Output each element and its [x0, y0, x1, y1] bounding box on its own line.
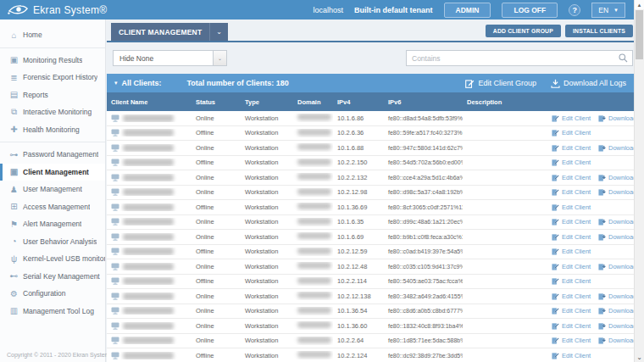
- download-icon: [598, 218, 606, 226]
- edit-client-link[interactable]: Edit Client: [552, 322, 594, 330]
- sidebar-item-password-management[interactable]: ⊶ Password Management: [0, 146, 105, 164]
- hide-filter-select[interactable]: Hide None ⌄: [113, 50, 227, 66]
- edit-client-link[interactable]: Edit Client: [552, 159, 594, 166]
- chevron-down-icon[interactable]: ⌄: [209, 23, 228, 41]
- client-domain-redacted: [297, 159, 331, 165]
- add-client-group-button[interactable]: ADD CLIENT GROUP: [486, 25, 561, 37]
- search-icon[interactable]: [619, 53, 628, 63]
- edit-client-link[interactable]: Edit Client: [552, 188, 594, 196]
- collapse-caret-icon[interactable]: ▾: [114, 80, 118, 86]
- group-name-label: All Clients:: [122, 79, 162, 87]
- client-computer-icon: [111, 337, 119, 344]
- client-ipv4: 10.2.2.124: [333, 352, 384, 359]
- client-type: Workstation: [241, 233, 293, 241]
- client-computer-icon: [111, 322, 119, 330]
- search-input[interactable]: [407, 54, 619, 63]
- sidebar-item-reports[interactable]: ▤ Reports: [0, 86, 105, 104]
- client-domain-redacted: [297, 248, 331, 254]
- edit-client-link[interactable]: Edit Client: [552, 307, 594, 315]
- edit-client-link[interactable]: Edit Client: [552, 174, 594, 181]
- client-domain-redacted: [297, 188, 331, 195]
- edit-client-link[interactable]: Edit Client: [552, 203, 594, 211]
- client-domain-redacted: [297, 351, 331, 358]
- download-logs-link[interactable]: Download Logs: [598, 307, 634, 315]
- download-logs-link[interactable]: Download Logs: [598, 263, 634, 270]
- edit-client-link[interactable]: Edit Client: [552, 277, 594, 285]
- edit-client-link[interactable]: Edit Client: [552, 352, 594, 359]
- admin-button[interactable]: ADMIN: [444, 3, 491, 18]
- table-row: Online Workstation 10.2.2.64 fe80::1d85:…: [107, 334, 634, 349]
- edit-pencil-icon: [552, 322, 559, 330]
- edit-client-link[interactable]: Edit Client: [552, 218, 594, 226]
- download-icon: [598, 174, 606, 181]
- client-status: Offline: [192, 203, 241, 211]
- client-type: Workstation: [241, 277, 293, 285]
- download-logs-link[interactable]: Download Logs: [598, 144, 634, 152]
- download-logs-link[interactable]: Download Logs: [598, 322, 634, 330]
- sidebar-item-alert-management[interactable]: ⚑ Alert Management: [0, 215, 105, 233]
- sidebar-item-kernel-level-usb-monitoring[interactable]: ψ Kernel-Level USB monitoring: [0, 250, 105, 268]
- client-name-cell: [107, 159, 192, 166]
- sidebar-item-health-monitoring[interactable]: ✚ Health Monitoring: [0, 121, 105, 139]
- client-name-redacted: [123, 114, 174, 122]
- client-name-redacted: [123, 188, 174, 196]
- sidebar-item-user-management[interactable]: ♟ User Management: [0, 181, 105, 198]
- sidebar-item-monitoring-results[interactable]: ▣ Monitoring Results: [0, 52, 105, 70]
- client-ipv4: 10.1.6.69: [333, 233, 384, 241]
- client-computer-icon: [111, 114, 119, 122]
- edit-client-link[interactable]: Edit Client: [552, 144, 594, 152]
- sidebar-item-forensic-export-history[interactable]: ≣ Forensic Export History: [0, 69, 105, 86]
- sidebar-item-serial-key-management[interactable]: ⊷ Serial Key Management: [0, 268, 105, 286]
- download-logs-link[interactable]: Download Logs: [598, 114, 634, 122]
- download-logs-link[interactable]: Download Logs: [598, 292, 634, 300]
- client-domain-cell: [293, 337, 333, 345]
- table-row: Online Workstation 10.1.6.35 fe80::d99c:…: [107, 215, 634, 231]
- client-name-cell: [107, 307, 192, 315]
- client-ipv4: 10.1.36.69: [333, 203, 384, 211]
- language-selector[interactable]: EN ▼: [591, 3, 625, 18]
- client-domain-cell: [293, 203, 333, 211]
- sidebar-item-user-behavior-analysis[interactable]: ◔ User Behavior Analysis: [0, 233, 105, 251]
- download-logs-link[interactable]: Download Logs: [598, 188, 634, 196]
- client-computer-icon: [111, 188, 119, 196]
- download-logs-link[interactable]: Download Logs: [598, 337, 634, 344]
- client-status: Offline: [192, 248, 241, 255]
- edit-client-link[interactable]: Edit Client: [552, 263, 594, 270]
- edit-pencil-icon: [465, 79, 475, 88]
- tab-client-management[interactable]: CLIENT MANAGEMENT ⌄: [111, 23, 228, 41]
- table-row: Offline Workstation 10.2.2.150 fe80::54d…: [107, 156, 634, 171]
- download-all-logs-link[interactable]: Download All Logs: [551, 79, 626, 88]
- edit-client-link[interactable]: Edit Client: [552, 292, 594, 300]
- scroll-down-icon[interactable]: ⌄: [635, 354, 644, 361]
- sidebar-item-management-tool-log[interactable]: ▥ Management Tool Log: [0, 303, 105, 320]
- edit-client-link[interactable]: Edit Client: [552, 248, 594, 255]
- edit-client-group-link[interactable]: Edit Client Group: [465, 79, 536, 88]
- sidebar-item-access-management[interactable]: ⊞ Access Management: [0, 198, 105, 216]
- download-logs-link[interactable]: Download Logs: [598, 233, 634, 241]
- download-icon: [598, 188, 606, 196]
- logoff-button[interactable]: LOG OFF: [502, 3, 558, 18]
- download-icon: [551, 79, 560, 88]
- client-domain-cell: [293, 114, 333, 122]
- download-logs-link[interactable]: Download Logs: [598, 174, 634, 181]
- scrollbar-thumb[interactable]: [636, 10, 643, 59]
- edit-client-link[interactable]: Edit Client: [552, 233, 594, 241]
- edit-client-link[interactable]: Edit Client: [552, 114, 594, 122]
- client-table-body: Online Workstation 10.1.6.86 fe80::d8ad:…: [107, 111, 634, 362]
- client-name-redacted: [123, 263, 174, 270]
- edit-client-link[interactable]: Edit Client: [552, 129, 594, 136]
- management-tool-log-icon: ▥: [9, 306, 19, 315]
- edit-client-link[interactable]: Edit Client: [552, 337, 594, 344]
- sidebar-item-client-management[interactable]: ▣ Client Management: [0, 164, 105, 181]
- help-icon[interactable]: ?: [569, 4, 580, 16]
- client-ipv4: 10.1.6.86: [333, 114, 384, 122]
- install-clients-button[interactable]: INSTALL CLIENTS: [565, 25, 633, 37]
- download-logs-link[interactable]: Download Logs: [598, 218, 634, 226]
- client-status: Online: [192, 322, 241, 330]
- vertical-scrollbar[interactable]: ▲ ⌄: [634, 0, 644, 362]
- sidebar-item-configuration[interactable]: ⚙ Configuration: [0, 285, 105, 303]
- client-name-cell: [107, 114, 192, 122]
- scroll-up-icon[interactable]: ▲: [635, 0, 644, 9]
- sidebar-item-interactive-monitoring[interactable]: ⧉ Interactive Monitoring: [0, 103, 105, 121]
- sidebar-item-home[interactable]: ⌂ Home: [0, 26, 105, 44]
